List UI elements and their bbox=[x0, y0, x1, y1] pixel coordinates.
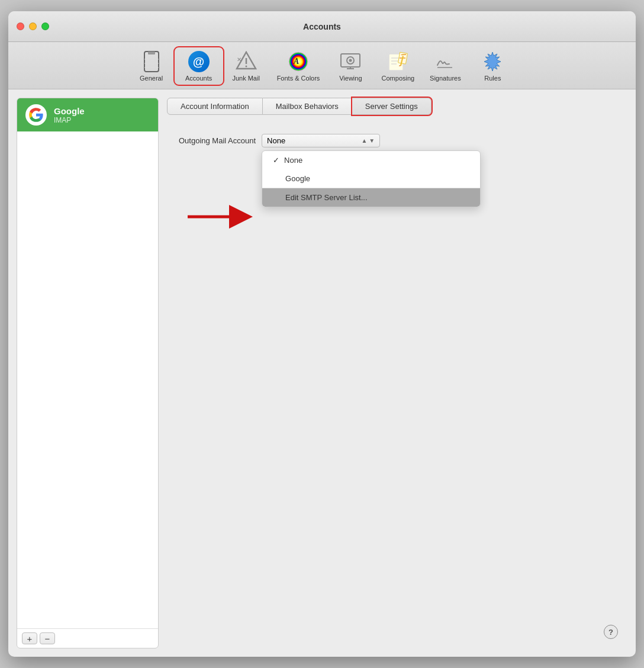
sidebar-account-item[interactable]: Google IMAP bbox=[17, 98, 158, 131]
add-account-button[interactable]: + bbox=[22, 632, 37, 644]
toolbar-item-accounts[interactable]: @ Accounts bbox=[175, 48, 223, 84]
window-title: Accounts bbox=[303, 22, 341, 31]
accounts-icon: @ bbox=[188, 50, 210, 73]
composing-label: Composing bbox=[382, 75, 415, 82]
general-icon bbox=[140, 50, 163, 73]
fonts-colors-icon: A bbox=[287, 50, 310, 73]
app-window: Accounts General @ Accounts bbox=[8, 11, 636, 657]
toolbar-item-junk-mail[interactable]: ✕ Junk Mail bbox=[223, 48, 270, 84]
toolbar: General @ Accounts ✕ Junk Mail bbox=[8, 42, 636, 89]
outgoing-mail-row: Outgoing Mail Account None ▲ ▼ ✓ None bbox=[179, 134, 616, 147]
tab-server-settings[interactable]: Server Settings bbox=[352, 98, 432, 115]
sidebar-account-info: Google IMAP bbox=[54, 106, 85, 124]
sidebar-empty-area bbox=[17, 131, 158, 628]
chevron-down-icon: ▲ ▼ bbox=[362, 137, 375, 144]
toolbar-item-signatures[interactable]: Signatures bbox=[421, 48, 469, 84]
remove-account-button[interactable]: − bbox=[40, 632, 55, 644]
minimize-button[interactable] bbox=[29, 23, 37, 30]
close-button[interactable] bbox=[17, 23, 24, 30]
toolbar-item-rules[interactable]: Rules bbox=[469, 48, 516, 84]
junk-mail-icon: ✕ bbox=[235, 50, 257, 73]
svg-text:A: A bbox=[293, 57, 299, 66]
google-logo bbox=[25, 104, 47, 126]
outgoing-account-dropdown[interactable]: None ▲ ▼ ✓ None Google bbox=[262, 134, 380, 147]
toolbar-item-general[interactable]: General bbox=[128, 48, 175, 84]
viewing-icon bbox=[339, 50, 362, 73]
tabs-container: Account Information Mailbox Behaviors Se… bbox=[167, 98, 627, 115]
main-panel: Account Information Mailbox Behaviors Se… bbox=[167, 98, 627, 648]
dropdown-item-edit-smtp[interactable]: Edit SMTP Server List... bbox=[262, 188, 480, 207]
help-button[interactable]: ? bbox=[604, 625, 618, 639]
maximize-button[interactable] bbox=[41, 23, 49, 30]
viewing-label: Viewing bbox=[339, 75, 362, 82]
dropdown-item-google-label: Google bbox=[285, 174, 310, 183]
sidebar-footer: + − bbox=[17, 628, 158, 648]
svg-text:✕: ✕ bbox=[237, 56, 242, 63]
content-area: Google IMAP + − Account Information Mail… bbox=[8, 89, 636, 657]
dropdown-item-google[interactable]: Google bbox=[262, 169, 480, 188]
dropdown-item-none-label: None bbox=[284, 156, 302, 165]
fonts-colors-label: Fonts & Colors bbox=[277, 75, 320, 82]
svg-rect-0 bbox=[144, 52, 159, 72]
signatures-icon bbox=[434, 50, 456, 73]
rules-icon bbox=[481, 50, 504, 73]
tab-account-information[interactable]: Account Information bbox=[167, 98, 263, 115]
dropdown-item-none[interactable]: ✓ None bbox=[262, 151, 480, 169]
svg-point-13 bbox=[349, 59, 352, 62]
dropdown-current-value: None bbox=[267, 136, 285, 145]
dropdown-trigger[interactable]: None ▲ ▼ bbox=[262, 134, 380, 147]
sidebar-account-type: IMAP bbox=[54, 116, 85, 124]
window-controls bbox=[17, 23, 49, 30]
rules-label: Rules bbox=[484, 75, 501, 82]
general-label: General bbox=[140, 75, 163, 82]
tab-mailbox-behaviors[interactable]: Mailbox Behaviors bbox=[263, 98, 352, 115]
toolbar-item-composing[interactable]: Composing bbox=[374, 48, 421, 84]
svg-rect-1 bbox=[148, 52, 155, 54]
dropdown-item-edit-smtp-label: Edit SMTP Server List... bbox=[285, 193, 367, 202]
sidebar-account-name: Google bbox=[54, 106, 85, 116]
svg-point-7 bbox=[245, 66, 247, 68]
composing-icon bbox=[387, 50, 409, 73]
server-settings-content: Outgoing Mail Account None ▲ ▼ ✓ None bbox=[167, 122, 627, 648]
checkmark-icon: ✓ bbox=[273, 156, 279, 165]
accounts-sidebar: Google IMAP + − bbox=[17, 98, 159, 648]
junk-mail-label: Junk Mail bbox=[232, 75, 259, 82]
toolbar-item-fonts-colors[interactable]: A Fonts & Colors bbox=[270, 48, 327, 84]
signatures-label: Signatures bbox=[430, 75, 461, 82]
outgoing-mail-label: Outgoing Mail Account bbox=[179, 136, 256, 145]
titlebar: Accounts bbox=[8, 11, 636, 42]
dropdown-menu: ✓ None Google Edit SMTP Server List... bbox=[262, 150, 481, 207]
accounts-label: Accounts bbox=[185, 75, 212, 82]
red-arrow-icon bbox=[185, 205, 256, 229]
annotation-arrow bbox=[185, 205, 256, 229]
toolbar-item-viewing[interactable]: Viewing bbox=[327, 48, 374, 84]
